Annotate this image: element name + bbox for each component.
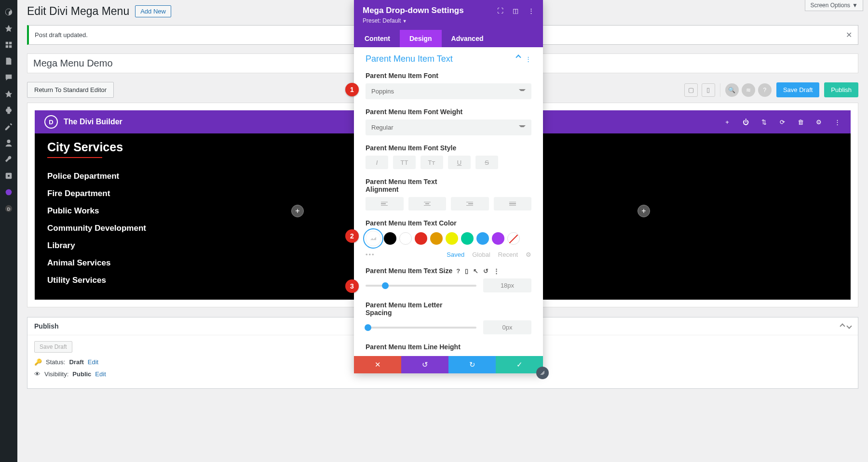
visibility-edit-link[interactable]: Edit xyxy=(95,370,106,378)
section-title[interactable]: Parent Menu Item Text xyxy=(366,54,453,64)
snap-icon[interactable]: ◫ xyxy=(512,7,519,14)
align-center-button[interactable] xyxy=(408,197,447,211)
italic-button[interactable]: I xyxy=(366,156,388,169)
add-module-icon[interactable]: + xyxy=(723,118,731,126)
trash-icon[interactable]: 🗑 xyxy=(797,118,804,126)
sidebar-users[interactable] xyxy=(0,135,17,151)
annotation-3: 3 xyxy=(345,279,359,293)
status-edit-link[interactable]: Edit xyxy=(88,358,98,366)
panel-undo-button[interactable]: ↺ xyxy=(401,356,448,373)
visibility-value: Public xyxy=(72,370,91,378)
align-left-button[interactable] xyxy=(366,197,404,211)
metabox-save-draft-button[interactable]: Save Draft xyxy=(34,341,72,353)
metabox-down-icon[interactable] xyxy=(846,323,852,329)
sidebar-divi[interactable] xyxy=(0,184,17,200)
return-standard-editor-button[interactable]: Return To Standard Editor xyxy=(27,82,114,98)
sort-icon[interactable]: ⇅ xyxy=(760,118,768,126)
save-draft-button[interactable]: Save Draft xyxy=(776,82,819,97)
metabox-up-icon[interactable] xyxy=(840,323,845,329)
sidebar-pin[interactable] xyxy=(0,20,17,37)
sidebar-pin2[interactable] xyxy=(0,86,17,102)
size-help-icon[interactable]: ? xyxy=(456,267,460,275)
sidebar-pages[interactable] xyxy=(0,53,17,69)
svg-text:D: D xyxy=(7,207,11,211)
sidebar-dashboard[interactable] xyxy=(0,4,17,20)
color-swatch-black[interactable] xyxy=(384,232,396,245)
panel-save-button[interactable]: ✓ xyxy=(496,356,543,373)
add-new-button[interactable]: Add New xyxy=(135,5,171,17)
publish-button[interactable]: Publish xyxy=(824,82,858,97)
tab-advanced[interactable]: Advanced xyxy=(442,30,493,47)
color-swatch-teal[interactable] xyxy=(461,232,474,245)
section-more-icon[interactable]: ⋮ xyxy=(525,55,531,63)
palette-tab-global[interactable]: Global xyxy=(472,251,490,258)
search-icon[interactable]: 🔍 xyxy=(725,83,739,97)
color-swatch-custom[interactable] xyxy=(366,231,381,246)
palette-settings-icon[interactable]: ⚙ xyxy=(526,251,531,258)
more-icon[interactable]: ⋮ xyxy=(833,118,841,126)
color-swatch-none[interactable] xyxy=(507,232,520,245)
sidebar-tools[interactable] xyxy=(0,151,17,168)
palette-tab-saved[interactable]: Saved xyxy=(447,251,464,258)
font-select[interactable]: Poppins xyxy=(366,83,531,99)
size-responsive-icon[interactable]: ▯ xyxy=(465,267,468,275)
add-column-right-icon[interactable]: + xyxy=(637,205,650,217)
align-label: Parent Menu Item Text Alignment xyxy=(366,178,443,193)
sidebar-plugin[interactable] xyxy=(0,102,17,119)
add-column-left-icon[interactable]: + xyxy=(291,205,304,217)
history-icon[interactable]: ⟳ xyxy=(778,118,786,126)
tab-content[interactable]: Content xyxy=(354,30,400,47)
strikethrough-button[interactable]: S xyxy=(475,156,498,169)
color-swatch-blue[interactable] xyxy=(476,232,489,245)
weight-select[interactable]: Regular xyxy=(366,119,531,135)
smallcaps-button[interactable]: Tᴛ xyxy=(420,156,443,169)
color-swatch-yellow[interactable] xyxy=(446,232,458,245)
chevron-down-icon: ▼ xyxy=(852,2,858,9)
color-swatch-purple[interactable] xyxy=(492,232,504,245)
sidebar-divi-d[interactable]: D xyxy=(0,200,17,217)
align-right-button[interactable] xyxy=(451,197,489,211)
spacing-slider[interactable] xyxy=(366,327,476,329)
resize-handle-icon[interactable] xyxy=(536,367,549,379)
layers-icon[interactable]: ≋ xyxy=(742,83,755,97)
size-more-icon[interactable]: ⋮ xyxy=(493,267,500,275)
uppercase-button[interactable]: TT xyxy=(393,156,416,169)
panel-redo-button[interactable]: ↻ xyxy=(448,356,496,373)
sidebar-media[interactable] xyxy=(0,37,17,53)
size-input[interactable] xyxy=(483,278,531,292)
panel-more-icon[interactable]: ⋮ xyxy=(528,7,534,14)
sidebar-comments[interactable] xyxy=(0,69,17,86)
size-reset-icon[interactable]: ↺ xyxy=(483,267,488,275)
color-swatch-orange[interactable] xyxy=(430,232,443,245)
expand-icon[interactable]: ⛶ xyxy=(497,7,503,14)
palette-tab-recent[interactable]: Recent xyxy=(498,251,518,258)
svg-rect-1 xyxy=(8,175,10,177)
metabox-title: Publish xyxy=(34,322,59,330)
device-tablet-icon[interactable]: ▢ xyxy=(684,83,698,97)
color-swatch-red[interactable] xyxy=(415,232,427,245)
device-phone-icon[interactable]: ▯ xyxy=(702,83,715,97)
sidebar-appearance[interactable] xyxy=(0,119,17,135)
size-label: Parent Menu Item Text Size xyxy=(366,267,452,275)
status-label: Status: xyxy=(46,358,65,366)
section-collapse-icon[interactable] xyxy=(515,54,521,60)
spacing-input[interactable] xyxy=(483,320,531,334)
notice-dismiss-icon[interactable]: ✕ xyxy=(846,30,852,40)
tab-design[interactable]: Design xyxy=(400,30,442,47)
palette-more-icon[interactable]: ••• xyxy=(366,251,375,258)
gear-icon[interactable]: ⚙ xyxy=(815,118,823,126)
help-icon[interactable]: ? xyxy=(758,83,772,97)
divi-logo-icon: D xyxy=(44,115,58,129)
power-icon[interactable]: ⏻ xyxy=(742,118,749,126)
sidebar-settings[interactable] xyxy=(0,168,17,184)
panel-cancel-button[interactable]: ✕ xyxy=(354,356,401,373)
preset-label[interactable]: Preset: Default xyxy=(363,17,401,24)
size-slider[interactable] xyxy=(366,285,476,287)
underline-button[interactable]: U xyxy=(448,156,471,169)
screen-options-toggle[interactable]: Screen Options ▼ xyxy=(805,0,863,11)
screen-options-label: Screen Options xyxy=(810,2,850,9)
align-justify-button[interactable] xyxy=(494,197,532,211)
color-swatch-white[interactable] xyxy=(399,232,412,245)
annotation-1: 1 xyxy=(345,83,359,96)
size-hover-icon[interactable]: ↖ xyxy=(473,267,478,275)
